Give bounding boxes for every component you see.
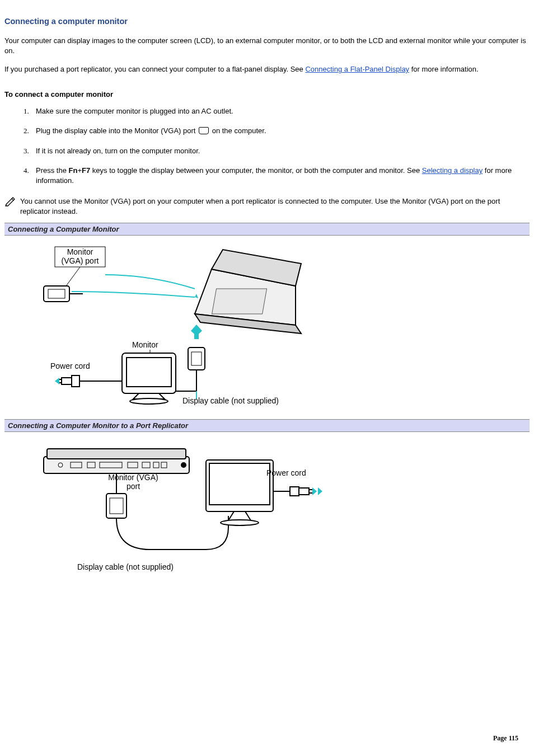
svg-point-8 (130, 398, 168, 404)
intro-paragraph-2: If you purchased a port replicator, you … (4, 64, 530, 74)
key-f7: F7 (82, 166, 90, 175)
key-plus: + (77, 166, 82, 175)
fig1-label-cable: Display cable (not supplied) (182, 397, 279, 405)
note-icon (4, 196, 17, 209)
note: You cannot use the Monitor (VGA) port on… (4, 196, 530, 216)
figure1-caption: Connecting a Computer Monitor (4, 223, 530, 236)
step-2-pre: Plug the display cable into the Monitor … (36, 126, 198, 135)
step-1: Make sure the computer monitor is plugge… (36, 106, 530, 116)
svg-rect-39 (299, 488, 309, 495)
intro2-post: for more information. (409, 65, 479, 73)
svg-rect-11 (62, 378, 72, 384)
step-3: If it is not already on, turn on the com… (36, 146, 530, 156)
intro-paragraph-1: Your computer can display images to the … (4, 36, 530, 55)
fig2-label-cable: Display cable (not supplied) (77, 563, 174, 571)
step-4-pre: Press the (36, 166, 69, 175)
fig1-label-monitor: Monitor (132, 341, 158, 349)
figure2-caption: Connecting a Computer Monitor to a Port … (4, 419, 530, 432)
step-2-post: on the computer. (210, 126, 266, 135)
note-text: You cannot use the Monitor (VGA) port on… (20, 196, 530, 216)
figure2: Monitor (VGA) port Power cord Display ca… (4, 438, 530, 583)
figure1: Monitor (VGA) port Monitor Power cord Di… (4, 241, 530, 409)
selecting-display-link[interactable]: Selecting a display (422, 166, 483, 175)
section-title: Connecting a computer monitor (4, 17, 530, 26)
svg-rect-38 (290, 487, 299, 496)
svg-rect-35 (209, 463, 270, 505)
vga-port-icon (199, 127, 209, 134)
svg-rect-32 (106, 494, 127, 518)
procedure-heading: To connect a computer monitor (4, 90, 530, 98)
svg-rect-1 (44, 286, 69, 302)
figure1-illustration (38, 241, 329, 409)
fig2-label-power: Power cord (266, 469, 306, 477)
steps-list: Make sure the computer monitor is plugge… (4, 106, 530, 186)
key-fn: Fn (69, 166, 78, 175)
svg-rect-10 (72, 375, 79, 387)
step-4: Press the Fn+F7 keys to toggle the displ… (36, 166, 530, 185)
fig2-label-vga: Monitor (VGA) port (100, 473, 167, 491)
svg-rect-15 (188, 348, 205, 370)
svg-rect-21 (47, 449, 186, 459)
svg-point-36 (221, 520, 259, 525)
svg-rect-7 (127, 358, 171, 387)
svg-rect-0 (212, 289, 267, 314)
fig1-label-vga: Monitor (VGA) port (58, 248, 102, 265)
step-4-mid: keys to toggle the display between your … (90, 166, 422, 175)
svg-line-5 (66, 267, 80, 286)
svg-point-30 (181, 462, 186, 468)
page: Connecting a computer monitor Your compu… (0, 0, 534, 756)
flat-panel-link[interactable]: Connecting a Flat-Panel Display (305, 65, 409, 73)
intro2-pre: If you purchased a port replicator, you … (4, 65, 305, 73)
fig1-label-power: Power cord (50, 362, 90, 370)
page-number: Page 115 (493, 734, 518, 743)
step-2: Plug the display cable into the Monitor … (36, 126, 530, 136)
figure2-illustration (38, 438, 340, 583)
